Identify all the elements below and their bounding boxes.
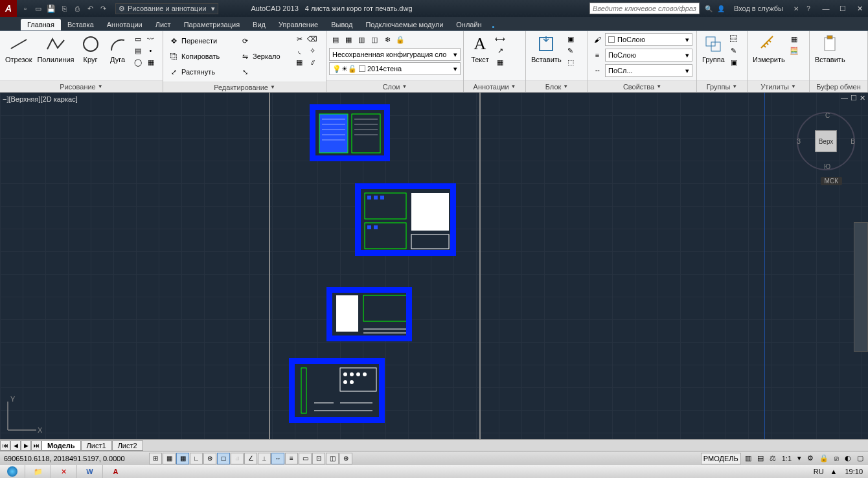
qp-toggle[interactable]: ⊡ [312,453,325,464]
taskbar-app-1[interactable]: ✕ [51,465,76,478]
help-icon[interactable]: ? [803,3,814,14]
measure-button[interactable]: Измерить [750,32,788,65]
layer-lock-icon[interactable]: 🔒 [395,34,405,45]
panel-block-title[interactable]: Блок▼ [526,80,588,92]
snap-toggle[interactable]: ▦ [163,453,176,464]
trim-icon[interactable]: ✂ [294,34,304,44]
signin-label[interactable]: Вход в службы [730,5,787,12]
hardware-accel-icon[interactable]: ⎚ [832,453,841,464]
viewport-label[interactable]: −][Верхняя][2D каркас] [3,95,78,103]
polar-toggle[interactable]: ⊛ [203,453,216,464]
maximize-button[interactable]: ☐ [834,2,851,15]
undo-icon[interactable]: ↶ [84,3,96,14]
osnap-toggle[interactable]: ◻ [217,453,230,464]
viewcube[interactable]: Верх С Ю З В [797,112,855,170]
ducs-toggle[interactable]: ⟂ [258,453,271,464]
drawing-sheet-4[interactable] [289,358,385,423]
clean-screen-icon[interactable]: ▢ [855,453,865,464]
first-tab-icon[interactable]: ⏮ [0,440,10,451]
layer-iso-icon[interactable]: ◫ [369,34,380,45]
layer-props-icon[interactable]: ▤ [330,34,341,45]
arc-button[interactable]: Дуга [104,32,131,65]
infer-toggle[interactable]: ⊞ [149,453,162,464]
navigation-bar[interactable] [854,222,868,352]
color-combo[interactable]: ПоСлою▾ [605,33,692,46]
linetype-combo[interactable]: ПоСл...▾ [605,64,692,77]
panel-modify-title[interactable]: Редактирование▼ [163,82,326,92]
ungroup-icon[interactable]: ⿳ [729,34,739,44]
insert-button[interactable]: Вставить [529,32,564,65]
start-button[interactable] [0,465,25,478]
redo-icon[interactable]: ↷ [97,3,109,14]
viewport-restore-icon[interactable]: ☐ [851,94,857,102]
next-tab-icon[interactable]: ▶ [21,440,31,451]
tab-insert[interactable]: Вставка [61,19,100,30]
layer-state-icon[interactable]: ▥ [356,34,367,45]
tab-view[interactable]: Вид [246,19,272,30]
copy-button[interactable]: ⿻Копировать [167,49,236,63]
grid-toggle[interactable]: ▦ [176,453,189,464]
ortho-toggle[interactable]: ∟ [190,453,203,464]
last-tab-icon[interactable]: ⏭ [31,440,41,451]
viewport-minimize-icon[interactable]: — [841,94,848,102]
rotate-button[interactable]: ⟳ [238,34,291,48]
layout2-tab[interactable]: Лист2 [112,440,143,451]
taskbar-word[interactable]: W [76,465,102,478]
workspace-switcher[interactable]: ⚙ Рисование и аннотации ▾ [115,3,218,14]
model-space-button[interactable]: РМОДЕЛЬ [701,453,741,464]
prev-tab-icon[interactable]: ◀ [10,440,21,451]
panel-layers-title[interactable]: Слои▼ [326,80,463,92]
tab-layout[interactable]: Лист [149,19,177,30]
viewcube-west[interactable]: З [797,138,801,145]
layout1-tab[interactable]: Лист1 [81,440,112,451]
tab-plugins[interactable]: Подключаемые модули [359,19,450,30]
hatch-icon[interactable]: ▤ [133,45,143,56]
attr-icon[interactable]: ⬚ [565,57,576,67]
lineweight-combo[interactable]: ПоСлою▾ [605,49,692,62]
group-select-icon[interactable]: ▣ [729,57,739,67]
panel-properties-title[interactable]: Свойства▼ [588,80,696,92]
polyline-button[interactable]: Полилиния [34,32,76,65]
spline-icon[interactable]: 〰 [146,34,156,44]
dyn-toggle[interactable]: ↔ [271,453,284,464]
rectangle-icon[interactable]: ▭ [133,34,143,44]
circle-button[interactable]: Круг [77,32,104,65]
region-icon[interactable]: ▦ [146,57,156,67]
table-icon[interactable]: ▦ [495,57,505,67]
create-block-icon[interactable]: ▣ [565,34,576,44]
offset-icon[interactable]: ⫽ [307,57,317,67]
mirror-button[interactable]: ⇋Зеркало [238,49,291,63]
taskbar-clock[interactable]: 19:10 [839,468,868,475]
quickview-drawings-icon[interactable]: ▤ [755,453,766,464]
taskbar-explorer[interactable]: 📁 [25,465,51,478]
layer-filter-icon[interactable]: ▦ [343,34,354,45]
panel-clipboard-title[interactable]: Буфер обмен [810,80,867,92]
help-search-input[interactable] [589,3,700,14]
viewcube-top[interactable]: Верх [815,130,837,152]
annotation-scale-value[interactable]: 1:1 [780,453,794,464]
stretch-button[interactable]: ⤢Растянуть [167,65,236,79]
ellipse-icon[interactable]: ◯ [133,57,143,67]
new-icon[interactable]: ▫ [19,3,31,14]
panel-groups-title[interactable]: Группы▼ [697,80,747,92]
toolbar-lock-icon[interactable]: 🔒 [817,453,830,464]
select-all-icon[interactable]: ▦ [789,34,799,44]
tpy-toggle[interactable]: ▭ [299,453,312,464]
viewcube-north[interactable]: С [825,112,830,119]
save-icon[interactable]: 💾 [45,3,57,14]
text-button[interactable]: AТекст [466,32,494,65]
quickview-layouts-icon[interactable]: ▥ [743,453,753,464]
annotation-scale-icon[interactable]: ⚖ [768,453,778,464]
am-toggle[interactable]: ⊕ [339,453,352,464]
dimension-icon[interactable]: ⟷ [495,34,505,44]
model-tab[interactable]: Модель [41,440,81,451]
minimize-button[interactable]: — [817,2,834,15]
line-button[interactable]: Отрезок [3,32,34,65]
tab-online[interactable]: Онлайн [450,19,488,30]
tab-annotate[interactable]: Аннотации [100,19,149,30]
tab-output[interactable]: Вывод [325,19,359,30]
plot-icon[interactable]: ⎙ [71,3,83,14]
coordinates[interactable]: 6906510.6118, 2018491.5197, 0.0000 [0,455,149,462]
paste-button[interactable]: Вставить [812,32,848,65]
saveas-icon[interactable]: ⎘ [58,3,70,14]
